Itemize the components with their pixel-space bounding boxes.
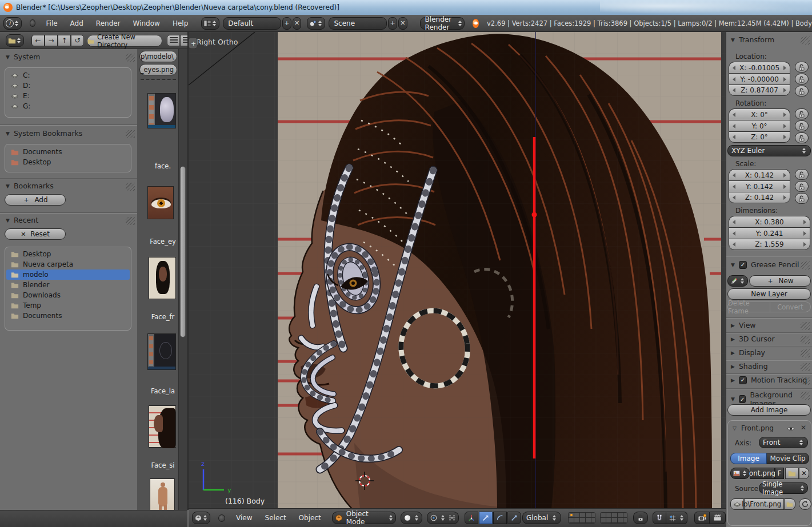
layers-grid-1[interactable] [568, 512, 595, 524]
fake-user-button[interactable]: F [775, 468, 784, 479]
lock-scale-y-button[interactable] [795, 181, 809, 192]
viewport-3d[interactable]: z y Right Ortho (116) Body + [189, 32, 726, 508]
bookmarks-panel-header[interactable]: ▼Bookmarks [6, 182, 54, 190]
file-thumbnail-front-face[interactable] [149, 257, 176, 299]
mode-dropdown[interactable]: Object Mode [332, 512, 396, 524]
location-x-field[interactable]: X: -0.01005 [729, 62, 790, 73]
new-layer-button[interactable]: New Layer [727, 288, 811, 300]
rotation-z-field[interactable]: Z: 0° [729, 131, 790, 143]
bookmark-documents[interactable]: Documents [6, 147, 130, 157]
lock-location-x-button[interactable] [795, 62, 809, 73]
layout-add-button[interactable]: + [282, 17, 291, 30]
forward-button[interactable]: → [45, 35, 58, 46]
file-thumbnail-lateral[interactable] [147, 333, 176, 370]
recent-item[interactable]: Desktop [6, 249, 130, 259]
dimensions-y-field[interactable]: Y: 0.241 [729, 227, 810, 239]
pivot-point-dropdown[interactable] [427, 512, 459, 524]
bookmark-desktop[interactable]: Desktop [6, 157, 130, 167]
grease-pencil-panel-header[interactable]: ▼ ✓ Grease Pencil [731, 260, 799, 269]
scale-y-field[interactable]: Y: 0.142 [729, 180, 790, 192]
cursor3d-panel-header[interactable]: ▶3D Cursor [731, 335, 775, 343]
bookmark-add-button[interactable]: ＋Add [5, 194, 66, 206]
snap-magnet-button[interactable] [653, 512, 666, 524]
lock-scale-x-button[interactable] [795, 169, 809, 180]
create-directory-button[interactable]: Create New Directory [87, 35, 162, 47]
manipulator-rotate-button[interactable] [493, 512, 507, 524]
image-name-field[interactable]: ont.png [750, 468, 775, 479]
shading-panel-header[interactable]: ▶Shading [731, 362, 768, 371]
directory-path-field[interactable]: p\modelo\ [139, 51, 177, 62]
collapse-menus-toggle[interactable] [218, 514, 225, 522]
scale-x-field[interactable]: X: 0.142 [729, 169, 790, 180]
file-thumbnail-side[interactable] [149, 405, 176, 448]
drive-d[interactable]: D: [6, 81, 130, 91]
recent-item[interactable]: Downloads [6, 290, 130, 300]
recent-item[interactable]: Temp [6, 300, 130, 311]
filename-field[interactable]: _eyes.png [139, 64, 177, 75]
file-list-scrollbar[interactable] [178, 49, 187, 510]
screen-layout-icon-dropdown[interactable] [201, 17, 219, 30]
recent-panel-header[interactable]: ▼Recent [6, 216, 38, 224]
image-tab[interactable]: Image [730, 453, 767, 464]
scrollbar-thumb[interactable] [180, 166, 186, 337]
movie-clip-tab[interactable]: Movie Clip [767, 453, 809, 464]
transform-panel-header[interactable]: ▼Transform [731, 35, 774, 44]
drive-e[interactable]: E: [6, 91, 130, 101]
manipulator-scale-button[interactable] [507, 512, 521, 524]
transform-orientation-dropdown[interactable]: Global [522, 512, 561, 524]
grease-pencil-new-button[interactable]: ＋ New [749, 275, 811, 287]
lock-rotation-x-button[interactable] [795, 108, 809, 119]
manipulator-toggle-button[interactable] [465, 512, 478, 524]
parent-dir-button[interactable]: ↑ [58, 35, 71, 46]
image-path-field[interactable]: lo\Front.png [744, 498, 784, 510]
add-image-button[interactable]: Add Image [727, 404, 811, 416]
menu-help[interactable]: Help [166, 19, 194, 27]
lock-rotation-z-button[interactable] [795, 132, 809, 143]
unlink-image-button[interactable]: ✕ [799, 468, 809, 479]
rotation-x-field[interactable]: X: 0° [729, 108, 790, 120]
editor-type-3dview-dropdown[interactable] [192, 512, 210, 524]
opengl-render-anim-button[interactable] [710, 512, 726, 524]
recent-reset-button[interactable]: ✕Reset [5, 228, 66, 240]
render-engine-dropdown[interactable]: Blender Render [420, 17, 465, 30]
system-panel-header[interactable]: ▼System [6, 53, 41, 61]
snap-element-dropdown[interactable] [666, 512, 687, 524]
dimensions-x-field[interactable]: X: 0.380 [729, 216, 810, 227]
menu-view[interactable]: View [230, 514, 258, 522]
menu-render[interactable]: Render [90, 19, 127, 27]
manipulator-translate-button[interactable] [479, 512, 493, 524]
refresh-button[interactable]: ↺ [71, 35, 84, 46]
scene-field[interactable]: Scene [329, 17, 387, 30]
reload-image-button[interactable] [799, 498, 811, 510]
rotation-y-field[interactable]: Y: 0° [729, 120, 790, 131]
menu-window[interactable]: Window [127, 19, 166, 27]
axis-dropdown[interactable]: Front [759, 437, 808, 448]
system-bookmarks-header[interactable]: ▼System Bookmarks [6, 129, 82, 138]
dimensions-z-field[interactable]: Z: 1.559 [729, 239, 810, 250]
lock-rotation-y-button[interactable] [795, 120, 809, 131]
background-images-checkbox[interactable]: ✓ [739, 395, 746, 403]
bg-image-header[interactable]: ▽ Front.png [733, 424, 774, 432]
display-panel-header[interactable]: ▶Display [731, 348, 765, 357]
motion-tracking-panel-header[interactable]: ▶✓Motion Tracking [731, 376, 807, 384]
location-z-field[interactable]: Z: 0.87407 [729, 85, 790, 96]
delete-frame-button[interactable]: Delete Frame [727, 301, 770, 312]
editor-type-file-dropdown[interactable] [6, 34, 24, 47]
convert-button[interactable]: Convert [770, 301, 811, 312]
grease-pencil-checkbox[interactable]: ✓ [739, 261, 747, 269]
browse-path-button[interactable] [784, 498, 795, 510]
recent-item-selected[interactable]: modelo [6, 269, 130, 280]
file-thumbnail-eye[interactable] [147, 186, 174, 219]
recent-item[interactable]: Documents [6, 311, 130, 321]
lock-scale-z-button[interactable] [795, 193, 809, 204]
visibility-eye-icon[interactable] [787, 425, 795, 433]
layout-delete-button[interactable]: ✕ [293, 17, 302, 30]
view-shortlist-button[interactable] [167, 35, 180, 46]
layers-grid-2[interactable] [600, 512, 627, 524]
scene-add-button[interactable]: + [388, 17, 397, 30]
lock-location-z-button[interactable] [795, 86, 809, 96]
motion-tracking-checkbox[interactable]: ✓ [739, 376, 747, 384]
viewport-shading-dropdown[interactable] [401, 512, 422, 524]
image-browse-dropdown[interactable] [730, 468, 750, 479]
source-dropdown[interactable]: Single Image [759, 482, 808, 494]
